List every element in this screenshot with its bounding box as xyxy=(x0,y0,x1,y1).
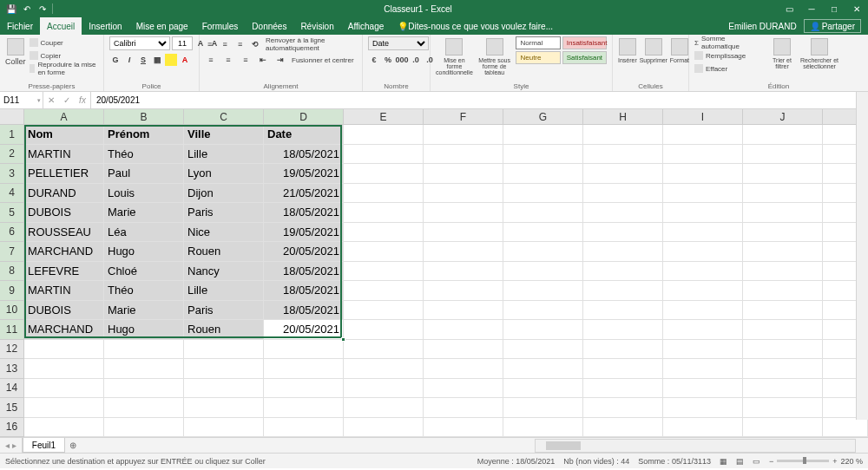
cell-J1[interactable] xyxy=(743,125,823,145)
cell-A10[interactable]: DUBOIS xyxy=(24,301,104,321)
cell-I12[interactable] xyxy=(663,340,743,360)
format-painter-button[interactable]: Reproduire la mise en forme xyxy=(30,62,98,75)
column-header-E[interactable]: E xyxy=(344,109,424,125)
cell-F13[interactable] xyxy=(424,359,503,379)
cell-H5[interactable] xyxy=(583,203,663,223)
cell-A1[interactable]: Nom xyxy=(24,125,104,145)
cell-I4[interactable] xyxy=(663,184,743,204)
sheet-nav[interactable]: ◂ ▸ xyxy=(0,438,23,453)
cell-G14[interactable] xyxy=(503,379,583,399)
column-header-G[interactable]: G xyxy=(503,109,583,125)
cell-H16[interactable] xyxy=(583,418,663,438)
cell-D15[interactable] xyxy=(264,398,344,418)
cell-blank[interactable] xyxy=(823,418,868,438)
cell-A14[interactable] xyxy=(24,379,104,399)
cell-I6[interactable] xyxy=(663,223,743,243)
cell-F5[interactable] xyxy=(424,203,503,223)
cell-D16[interactable] xyxy=(264,418,344,438)
scrollbar-thumb[interactable] xyxy=(546,441,581,450)
delete-cells-button[interactable]: Supprimer xyxy=(641,36,667,63)
cell-E7[interactable] xyxy=(344,242,424,262)
cell-F12[interactable] xyxy=(424,340,503,360)
cell-G13[interactable] xyxy=(503,359,583,379)
format-cells-button[interactable]: Format xyxy=(670,36,689,63)
cell-E4[interactable] xyxy=(344,184,424,204)
row-header-15[interactable]: 15 xyxy=(0,398,24,418)
cell-C5[interactable]: Paris xyxy=(184,203,264,223)
cell-F14[interactable] xyxy=(424,379,503,399)
column-header-F[interactable]: F xyxy=(424,109,503,125)
save-icon[interactable]: 💾 xyxy=(5,3,17,15)
align-middle-button[interactable]: ≡ xyxy=(220,38,231,50)
row-header-12[interactable]: 12 xyxy=(0,340,24,360)
cell-H12[interactable] xyxy=(583,340,663,360)
cell-A12[interactable] xyxy=(24,340,104,360)
undo-icon[interactable]: ↶ xyxy=(21,3,33,15)
cell-I8[interactable] xyxy=(663,262,743,282)
cell-F7[interactable] xyxy=(424,242,503,262)
cell-D1[interactable]: Date xyxy=(264,125,344,145)
maximize-icon[interactable]: □ xyxy=(823,0,845,17)
cell-A9[interactable]: MARTIN xyxy=(24,281,104,301)
align-left-button[interactable]: ≡ xyxy=(205,54,217,66)
cancel-formula-icon[interactable]: ✕ xyxy=(43,95,59,105)
cell-F9[interactable] xyxy=(424,281,503,301)
cell-G12[interactable] xyxy=(503,340,583,360)
cell-I7[interactable] xyxy=(663,242,743,262)
cell-A6[interactable]: ROUSSEAU xyxy=(24,223,104,243)
cell-G16[interactable] xyxy=(503,418,583,438)
tab-insert[interactable]: Insertion xyxy=(82,17,128,35)
column-header-I[interactable]: I xyxy=(663,109,743,125)
share-button[interactable]: 👤 Partager xyxy=(804,19,861,33)
cell-J8[interactable] xyxy=(743,262,823,282)
underline-button[interactable]: S xyxy=(137,54,149,66)
row-header-3[interactable]: 3 xyxy=(0,164,24,184)
orientation-button[interactable]: ⟲ xyxy=(251,38,261,50)
ribbon-options-icon[interactable]: ▭ xyxy=(778,0,800,17)
cell-G4[interactable] xyxy=(503,184,583,204)
cell-F3[interactable] xyxy=(424,164,503,184)
copy-button[interactable]: Copier xyxy=(30,49,98,62)
cell-A16[interactable] xyxy=(24,418,104,438)
cell-D12[interactable] xyxy=(264,340,344,360)
zoom-control[interactable]: − + 220 % xyxy=(769,457,863,466)
row-header-5[interactable]: 5 xyxy=(0,203,24,223)
cell-G10[interactable] xyxy=(503,301,583,321)
cell-D10[interactable]: 18/05/2021 xyxy=(264,301,344,321)
cell-I10[interactable] xyxy=(663,301,743,321)
cell-H6[interactable] xyxy=(583,223,663,243)
find-select-button[interactable]: Rechercher et sélectionner xyxy=(800,36,838,69)
currency-button[interactable]: € xyxy=(368,54,380,66)
cell-F15[interactable] xyxy=(424,398,503,418)
cell-E3[interactable] xyxy=(344,164,424,184)
fx-icon[interactable]: fx xyxy=(75,95,90,105)
cell-F4[interactable] xyxy=(424,184,503,204)
row-header-7[interactable]: 7 xyxy=(0,242,24,262)
wrap-text-button[interactable]: Renvoyer à la ligne automatiquement xyxy=(266,36,357,52)
cell-H8[interactable] xyxy=(583,262,663,282)
italic-button[interactable]: I xyxy=(123,54,135,66)
cell-I9[interactable] xyxy=(663,281,743,301)
cell-B9[interactable]: Théo xyxy=(104,281,184,301)
cell-C4[interactable]: Dijon xyxy=(184,184,264,204)
cell-A15[interactable] xyxy=(24,398,104,418)
tell-me[interactable]: 💡 Dites-nous ce que vous voulez faire... xyxy=(391,17,560,35)
cell-F6[interactable] xyxy=(424,223,503,243)
cell-H4[interactable] xyxy=(583,184,663,204)
cell-G3[interactable] xyxy=(503,164,583,184)
sheet-tab[interactable]: Feuil1 xyxy=(23,438,65,453)
row-header-1[interactable]: 1 xyxy=(0,125,24,145)
cell-B4[interactable]: Louis xyxy=(104,184,184,204)
font-name-select[interactable]: Calibri xyxy=(109,36,170,50)
cell-J11[interactable] xyxy=(743,320,823,340)
cell-J3[interactable] xyxy=(743,164,823,184)
cell-F10[interactable] xyxy=(424,301,503,321)
cell-E8[interactable] xyxy=(344,262,424,282)
view-normal-icon[interactable]: ▦ xyxy=(720,457,727,466)
cell-A4[interactable]: DURAND xyxy=(24,184,104,204)
cell-E12[interactable] xyxy=(344,340,424,360)
font-size-input[interactable] xyxy=(172,36,193,50)
font-color-button[interactable]: A xyxy=(179,54,191,66)
cell-C16[interactable] xyxy=(184,418,264,438)
cell-J12[interactable] xyxy=(743,340,823,360)
